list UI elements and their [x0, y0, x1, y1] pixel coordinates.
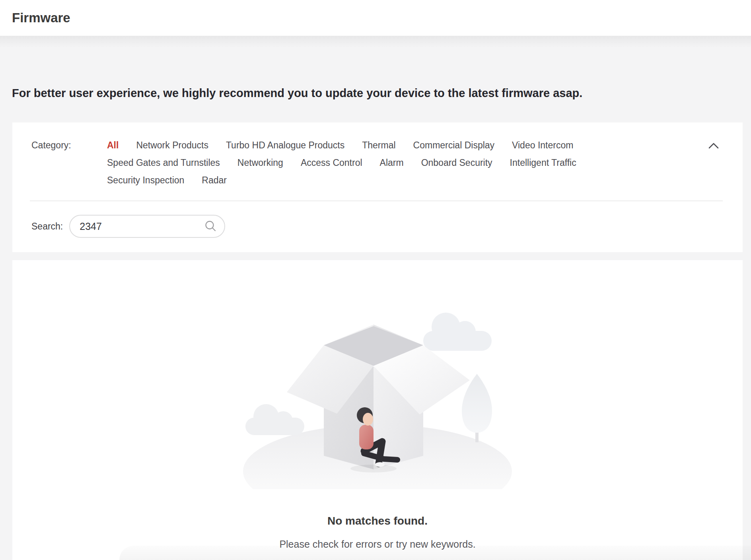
search-row: Search: — [31, 215, 724, 238]
empty-state-title: No matches found. — [327, 515, 428, 527]
category-item-network-products[interactable]: Network Products — [136, 139, 208, 151]
category-item-access-control[interactable]: Access Control — [301, 157, 362, 169]
search-input[interactable] — [80, 221, 204, 232]
category-item-radar[interactable]: Radar — [202, 174, 227, 186]
filter-divider — [30, 200, 723, 201]
page-title: Firmware — [12, 10, 70, 25]
category-item-intelligent-traffic[interactable]: Intelligent Traffic — [510, 157, 576, 169]
firmware-page: { "header": { "title": "Firmware" }, "no… — [0, 0, 751, 560]
chevron-up-icon — [708, 142, 719, 150]
collapse-filter-button[interactable] — [708, 142, 720, 150]
empty-state-subtitle: Please check for errors or try new keywo… — [279, 539, 475, 550]
category-list: AllNetwork ProductsTurbo HD Analogue Pro… — [107, 139, 632, 186]
cloud-left-icon — [245, 404, 304, 435]
category-item-video-intercom[interactable]: Video Intercom — [512, 139, 573, 151]
category-label: Category: — [31, 139, 107, 151]
results-card: No matches found. Please check for error… — [12, 260, 743, 560]
category-item-alarm[interactable]: Alarm — [380, 157, 404, 169]
page-header: Firmware — [0, 0, 751, 36]
category-row: Category: AllNetwork ProductsTurbo HD An… — [31, 139, 724, 186]
category-item-networking[interactable]: Networking — [237, 157, 283, 169]
category-item-commercial-display[interactable]: Commercial Display — [413, 139, 494, 151]
category-item-speed-gates-and-turnstiles[interactable]: Speed Gates and Turnstiles — [107, 157, 220, 169]
cloud-right-icon — [423, 313, 492, 351]
tree-icon — [462, 374, 492, 442]
search-icon — [204, 220, 217, 233]
filter-card: Category: AllNetwork ProductsTurbo HD An… — [12, 122, 743, 252]
search-button[interactable] — [204, 220, 217, 233]
empty-box-illustration — [238, 282, 517, 491]
header-shadow — [0, 36, 751, 48]
category-item-security-inspection[interactable]: Security Inspection — [107, 174, 184, 186]
search-field — [69, 215, 225, 238]
category-item-turbo-hd-analogue-products[interactable]: Turbo HD Analogue Products — [226, 139, 344, 151]
firmware-update-notice: For better user experience, we highly re… — [12, 86, 739, 100]
category-item-all[interactable]: All — [107, 139, 119, 151]
search-label: Search: — [31, 221, 63, 232]
category-item-thermal[interactable]: Thermal — [362, 139, 395, 151]
category-item-onboard-security[interactable]: Onboard Security — [421, 157, 492, 169]
